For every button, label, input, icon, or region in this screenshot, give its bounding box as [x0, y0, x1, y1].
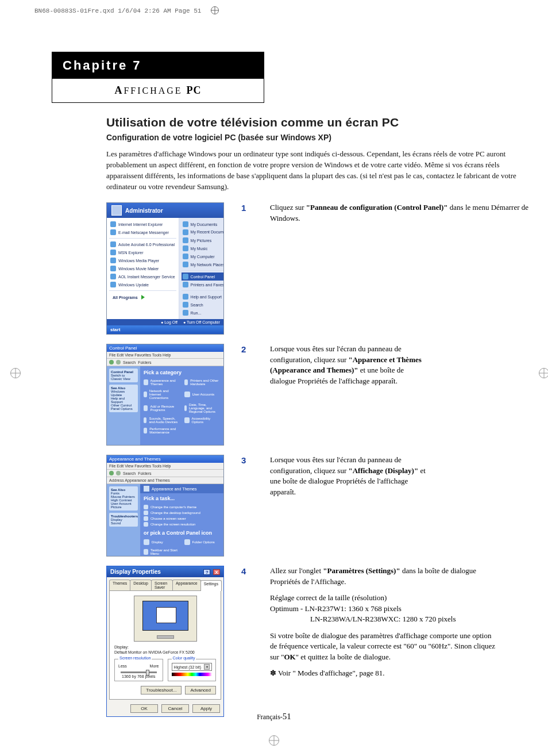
taskbar-icon — [144, 549, 148, 555]
menu-bar[interactable]: File Edit View Favorites Tools Help — [107, 463, 223, 470]
help-icon — [183, 294, 188, 300]
screenshot-control-panel: Control Panel File Edit View Favorites T… — [106, 344, 224, 446]
monitor-preview-icon — [134, 596, 197, 642]
category-item[interactable]: Add or Remove Programs — [144, 403, 180, 413]
step-1: Administrator Internet Internet Explorer… — [106, 202, 531, 335]
search-icon[interactable]: Search — [123, 360, 136, 364]
start-item[interactable]: My Recent Documents ▸ — [182, 228, 224, 236]
icon-header: or pick a Control Panel icon — [144, 530, 220, 536]
start-item[interactable]: My Music — [182, 244, 224, 252]
task-link[interactable]: Change the screen resolution — [144, 522, 220, 527]
app-icon — [110, 274, 116, 279]
start-item[interactable]: Help and Support — [182, 293, 224, 301]
category-item[interactable]: Appearance and Themes — [144, 379, 180, 386]
start-item[interactable]: Adobe Acrobat 6.0 Professional — [109, 240, 176, 248]
start-item[interactable]: My Computer — [182, 252, 224, 260]
chevron-down-icon: ▾ — [204, 664, 210, 670]
arrow-icon — [144, 522, 148, 527]
computer-icon — [183, 254, 188, 259]
category-icon — [144, 417, 146, 423]
color-quality-group: Color quality Highest (32 bit)▾ — [168, 659, 217, 681]
toolbar[interactable]: Search Folders — [107, 359, 223, 366]
start-item[interactable]: Windows Movie Maker — [109, 264, 176, 273]
step-number: 3 — [241, 455, 253, 465]
start-item[interactable]: E-mail Netscape Messenger — [109, 228, 176, 236]
category-icon — [184, 379, 188, 385]
print-header: BN68-00883S-01Fre.qxd 1/6/04 2:26 AM Pag… — [34, 5, 219, 14]
start-item[interactable]: Windows Media Player — [109, 256, 176, 264]
task-link[interactable]: Change the computer's theme — [144, 505, 220, 509]
task-link[interactable]: Change the desktop background — [144, 511, 220, 515]
start-item[interactable]: Internet Internet Explorer — [109, 220, 176, 228]
search-icon[interactable]: Search — [123, 471, 136, 475]
registration-mark-icon — [269, 735, 279, 746]
start-item[interactable]: Printers and Faxes — [182, 281, 224, 289]
back-icon[interactable] — [109, 471, 114, 475]
toolbar[interactable]: Search Folders — [107, 470, 223, 477]
start-item[interactable]: Search — [182, 301, 224, 309]
close-icon[interactable]: X — [213, 569, 220, 575]
registration-mark-icon — [10, 368, 21, 378]
resolution-slider[interactable] — [121, 671, 157, 673]
category-item[interactable]: Network and Internet Connections — [144, 389, 180, 400]
back-icon[interactable] — [109, 360, 114, 364]
advanced-button[interactable]: Advanced — [185, 686, 216, 694]
tab-desktop[interactable]: Desktop — [130, 580, 152, 590]
category-item[interactable]: Sounds, Speech, and Audio Devices — [144, 417, 180, 424]
category-icon — [144, 379, 148, 385]
step-text: Cliquez sur "Panneau de configuration (C… — [270, 202, 531, 224]
category-item[interactable]: User Accounts — [184, 389, 221, 400]
category-icon — [144, 428, 147, 433]
start-item[interactable]: My Pictures — [182, 236, 224, 244]
app-icon — [110, 266, 116, 271]
category-item[interactable]: Performance and Maintenance — [144, 427, 180, 434]
network-icon — [183, 262, 188, 267]
all-programs[interactable]: All Programs — [109, 293, 176, 302]
start-item[interactable]: AOL Instant Messenger Service — [109, 273, 176, 281]
printer-icon — [183, 282, 188, 287]
chapter-title: Chapitre 7 — [52, 52, 264, 79]
start-control-panel[interactable]: Control Panel — [182, 273, 224, 281]
start-button[interactable]: start — [107, 325, 223, 334]
tab-themes[interactable]: Themes — [109, 580, 130, 590]
cp-icon-item[interactable]: Taskbar and Start Menu — [144, 548, 180, 555]
screenshot-display-properties: Display Properties ? X Themes Desktop Sc… — [106, 566, 224, 717]
category-icon — [184, 405, 187, 411]
start-item[interactable]: Run... — [182, 309, 224, 317]
step-text: Allez sur l'onglet "Paramètres (Settings… — [270, 566, 500, 678]
step-4: Display Properties ? X Themes Desktop Sc… — [106, 566, 531, 717]
help-icon[interactable]: ? — [203, 569, 210, 575]
color-quality-select[interactable]: Highest (32 bit)▾ — [172, 663, 213, 671]
tab-appearance[interactable]: Appearance — [172, 580, 201, 590]
arrow-right-icon — [141, 295, 145, 300]
start-item[interactable]: Windows Update — [109, 281, 176, 289]
resolution-line: Optimum - LN-R237W1: 1360 x 768 pixels — [270, 604, 500, 614]
start-item[interactable]: My Documents — [182, 220, 224, 228]
start-item[interactable]: My Network Places — [182, 260, 224, 268]
cp-icon-item[interactable]: Display — [144, 539, 180, 545]
start-user: Administrator — [125, 208, 163, 214]
address-bar[interactable]: Address Appearance and Themes — [107, 477, 223, 484]
forward-icon[interactable] — [116, 471, 121, 475]
chapter-box: Chapitre 7 AFFICHAGE PC — [52, 52, 264, 103]
forward-icon[interactable] — [116, 360, 121, 364]
category-item[interactable]: Date, Time, Language, and Regional Optio… — [184, 403, 221, 413]
task-link[interactable]: Choose a screen saver — [144, 516, 220, 521]
category-item[interactable]: Accessibility Options — [184, 417, 221, 424]
window-title: Appearance and Themes — [107, 455, 223, 463]
logoff-button[interactable]: Log Off — [161, 320, 177, 324]
start-item[interactable]: MSN Explorer — [109, 248, 176, 256]
cp-icon-item[interactable]: Folder Options — [184, 539, 221, 545]
intro-paragraph: Les paramètres d'affichage Windows pour … — [106, 149, 531, 192]
tab-screensaver[interactable]: Screen Saver — [151, 580, 173, 590]
tab-settings[interactable]: Settings — [200, 580, 222, 591]
resolution-heading: Réglage correct de la taille (résolution… — [270, 593, 500, 603]
troubleshoot-button[interactable]: Troubleshoot... — [141, 686, 182, 694]
category-header: Pick a category — [144, 370, 220, 375]
folders-icon[interactable]: Folders — [138, 471, 151, 475]
menu-bar[interactable]: File Edit View Favorites Tools Help — [107, 352, 223, 359]
category-item[interactable]: Printers and Other Hardware — [184, 379, 221, 386]
folders-icon[interactable]: Folders — [138, 360, 151, 364]
shutdown-button[interactable]: Turn Off Computer — [183, 320, 220, 324]
app-icon — [110, 282, 116, 287]
